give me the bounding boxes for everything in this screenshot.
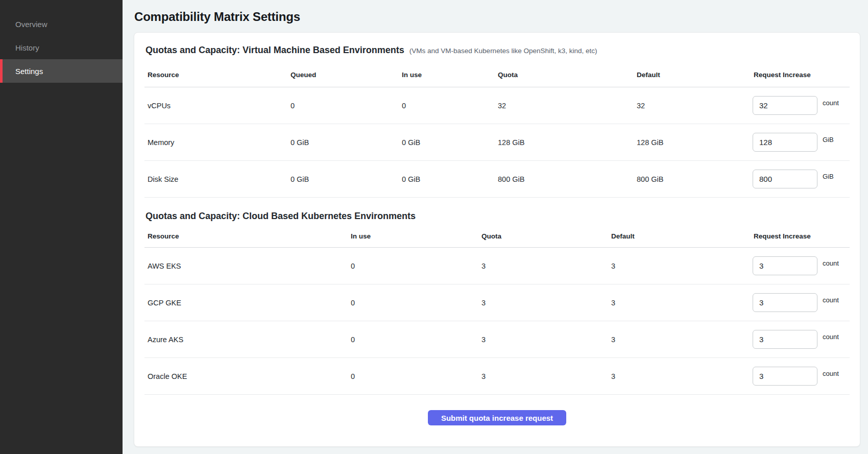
in-use-value: 0 GiB <box>399 175 495 183</box>
vm-section-title: Quotas and Capacity: Virtual Machine Bas… <box>146 45 404 56</box>
cloud-table-header-row: Resource In use Quota Default Request In… <box>144 225 850 248</box>
unit-label: count <box>823 99 839 107</box>
in-use-value: 0 <box>348 299 478 307</box>
unit-label: count <box>823 296 839 304</box>
main-content: Compatibility Matrix Settings Quotas and… <box>123 10 868 447</box>
quota-value: 800 GiB <box>495 175 634 183</box>
oracle-oke-request-input[interactable] <box>753 367 817 386</box>
column-header-in-use: In use <box>399 71 495 79</box>
default-value: 128 GiB <box>634 138 751 147</box>
unit-label: count <box>823 370 839 377</box>
sidebar-item-history[interactable]: History <box>0 36 123 59</box>
sidebar-item-label: Overview <box>15 20 47 29</box>
column-header-resource: Resource <box>144 71 287 79</box>
page-title: Compatibility Matrix Settings <box>134 10 860 24</box>
vcpus-request-input[interactable] <box>753 96 817 115</box>
unit-label: count <box>823 259 839 267</box>
aws-eks-request-input[interactable] <box>753 256 817 275</box>
quota-value: 3 <box>478 372 608 380</box>
column-header-in-use: In use <box>348 232 478 240</box>
sidebar-item-label: Settings <box>15 67 43 76</box>
table-row-oracle-oke: Oracle OKE 0 3 3 count <box>144 358 850 395</box>
unit-label: GiB <box>823 173 834 180</box>
vm-section-header: Quotas and Capacity: Virtual Machine Bas… <box>146 45 849 56</box>
unit-label: GiB <box>823 136 834 144</box>
default-value: 3 <box>608 372 751 380</box>
table-row-azure-aks: Azure AKS 0 3 3 count <box>144 321 850 358</box>
vm-quota-table: Resource Queued In use Quota Default Req… <box>144 59 850 198</box>
column-header-request-increase: Request Increase <box>751 232 850 240</box>
quotas-card: Quotas and Capacity: Virtual Machine Bas… <box>134 32 860 447</box>
quota-value: 3 <box>478 336 608 344</box>
in-use-value: 0 <box>348 262 478 270</box>
table-row-gcp-gke: GCP GKE 0 3 3 count <box>144 284 850 321</box>
sidebar-item-label: History <box>15 43 39 52</box>
column-header-quota: Quota <box>495 71 634 79</box>
unit-label: count <box>823 333 839 341</box>
column-header-quota: Quota <box>478 232 608 240</box>
queued-value: 0 GiB <box>287 138 399 147</box>
default-value: 800 GiB <box>634 175 751 183</box>
default-value: 3 <box>608 336 751 344</box>
quota-value: 128 GiB <box>495 138 634 147</box>
cloud-quota-table: Resource In use Quota Default Request In… <box>144 225 850 395</box>
sidebar-item-overview[interactable]: Overview <box>0 12 123 36</box>
gcp-gke-request-input[interactable] <box>753 293 817 312</box>
default-value: 32 <box>634 102 751 110</box>
sidebar: Overview History Settings <box>0 0 123 454</box>
quota-value: 32 <box>495 102 634 110</box>
resource-name: Oracle OKE <box>144 372 348 380</box>
azure-aks-request-input[interactable] <box>753 330 817 349</box>
card-footer: Submit quota increase request <box>144 395 850 425</box>
resource-name: Memory <box>144 138 287 147</box>
quota-value: 3 <box>478 299 608 307</box>
quota-value: 3 <box>478 262 608 270</box>
submit-quota-increase-button[interactable]: Submit quota increase request <box>428 410 566 425</box>
column-header-queued: Queued <box>287 71 399 79</box>
cloud-section-header: Quotas and Capacity: Cloud Based Kuberne… <box>146 211 849 222</box>
column-header-resource: Resource <box>144 232 348 240</box>
request-increase-cell: count <box>751 96 850 115</box>
table-row-memory: Memory 0 GiB 0 GiB 128 GiB 128 GiB GiB <box>144 124 850 161</box>
resource-name: GCP GKE <box>144 299 348 307</box>
in-use-value: 0 <box>348 336 478 344</box>
request-increase-cell: count <box>751 293 850 312</box>
in-use-value: 0 <box>399 102 495 110</box>
resource-name: AWS EKS <box>144 262 348 270</box>
default-value: 3 <box>608 299 751 307</box>
queued-value: 0 GiB <box>287 175 399 183</box>
column-header-request-increase: Request Increase <box>751 71 850 79</box>
vm-table-header-row: Resource Queued In use Quota Default Req… <box>144 59 850 87</box>
column-header-default: Default <box>608 232 751 240</box>
table-row-vcpus: vCPUs 0 0 32 32 count <box>144 87 850 124</box>
disk-size-request-input[interactable] <box>753 170 817 188</box>
vm-section-subtitle: (VMs and VM-based Kubernetes like OpenSh… <box>409 47 597 55</box>
request-increase-cell: count <box>751 256 850 275</box>
in-use-value: 0 <box>348 372 478 380</box>
table-row-disk-size: Disk Size 0 GiB 0 GiB 800 GiB 800 GiB Gi… <box>144 161 850 198</box>
request-increase-cell: count <box>751 367 850 386</box>
resource-name: vCPUs <box>144 102 287 110</box>
request-increase-cell: GiB <box>751 133 850 152</box>
resource-name: Azure AKS <box>144 336 348 344</box>
table-row-aws-eks: AWS EKS 0 3 3 count <box>144 248 850 284</box>
request-increase-cell: count <box>751 330 850 349</box>
default-value: 3 <box>608 262 751 270</box>
column-header-default: Default <box>634 71 751 79</box>
queued-value: 0 <box>287 102 399 110</box>
resource-name: Disk Size <box>144 175 287 183</box>
request-increase-cell: GiB <box>751 170 850 188</box>
sidebar-item-settings[interactable]: Settings <box>0 59 123 83</box>
cloud-section-title: Quotas and Capacity: Cloud Based Kuberne… <box>146 211 416 222</box>
in-use-value: 0 GiB <box>399 138 495 147</box>
memory-request-input[interactable] <box>753 133 817 152</box>
